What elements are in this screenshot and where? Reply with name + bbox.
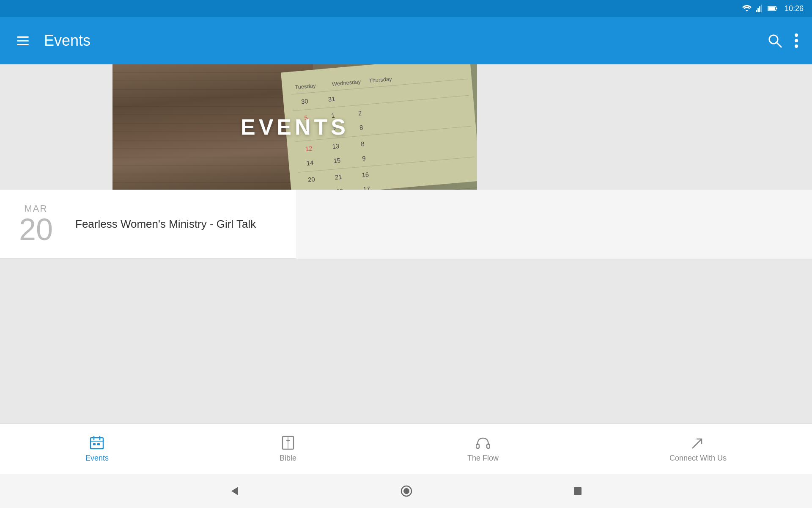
svg-rect-5 [776, 8, 777, 9]
status-bar: 10:26 [0, 0, 812, 17]
signal-icon [756, 5, 763, 12]
app-bar-actions [767, 33, 798, 48]
event-day: 20 [19, 214, 53, 245]
cal-cell: 22 [299, 186, 326, 190]
svg-rect-3 [761, 5, 762, 12]
cal-cell: 2 [347, 106, 373, 120]
nav-tab-connect[interactable]: Connect With Us [653, 431, 743, 467]
cal-cell: 12 [296, 141, 322, 155]
svg-rect-29 [574, 487, 582, 495]
headphones-icon [475, 435, 491, 450]
svg-line-8 [777, 43, 782, 47]
event-date: MAR 20 [17, 203, 55, 245]
svg-line-25 [692, 444, 697, 448]
app-bar: Events [0, 17, 812, 64]
nav-label-events: Events [85, 454, 109, 463]
event-list-item[interactable]: MAR 20 Fearless Women's Ministry - Girl … [0, 190, 296, 259]
menu-line-1 [17, 36, 29, 38]
svg-point-9 [795, 33, 798, 37]
svg-rect-1 [757, 8, 759, 12]
bottom-navigation: Events Bible The Flow [0, 423, 812, 474]
more-options-button[interactable] [794, 33, 798, 48]
hero-banner: Tuesday Wednesday Thursday 30 31 5 1 2 [112, 64, 477, 190]
cal-header-wed: Wednesday [332, 79, 357, 87]
cal-header-tue: Tuesday [294, 82, 320, 90]
cal-cell: 17 [353, 182, 379, 190]
nav-tab-bible[interactable]: Bible [263, 431, 313, 467]
hero-title: EVENTS [241, 114, 349, 140]
cal-header-thu: Thursday [369, 75, 395, 84]
cal-cell: 21 [325, 170, 351, 184]
hero-background: Tuesday Wednesday Thursday 30 31 5 1 2 [112, 64, 477, 190]
cal-cell: 8 [348, 120, 374, 134]
svg-point-11 [795, 44, 798, 48]
cal-cell: 31 [318, 92, 345, 106]
cal-cell: 23 [326, 184, 353, 190]
svg-rect-0 [756, 10, 757, 12]
cal-cell: 30 [291, 94, 318, 108]
cal-cell: 15 [324, 153, 350, 167]
menu-line-3 [17, 44, 29, 45]
cal-cell: 8 [349, 137, 376, 151]
svg-point-7 [769, 35, 778, 44]
svg-rect-12 [91, 438, 103, 449]
menu-line-2 [17, 40, 29, 41]
svg-marker-26 [231, 487, 238, 495]
svg-rect-6 [768, 7, 775, 10]
cal-cell: 14 [297, 156, 323, 170]
content-area: MAR 20 Fearless Women's Ministry - Girl … [0, 190, 812, 259]
wifi-icon [742, 5, 752, 12]
search-button[interactable] [767, 33, 782, 48]
home-button[interactable] [401, 485, 412, 497]
cal-cell [345, 89, 371, 103]
connect-icon [690, 435, 705, 450]
battery-icon [768, 6, 778, 11]
cal-cell: 16 [352, 167, 379, 181]
back-button[interactable] [230, 486, 240, 496]
svg-rect-2 [759, 6, 760, 12]
cal-cell: 9 [351, 151, 377, 165]
svg-point-28 [403, 488, 409, 494]
nav-label-the-flow: The Flow [467, 454, 499, 463]
event-title: Fearless Women's Ministry - Girl Talk [75, 218, 256, 231]
nav-tab-events[interactable]: Events [69, 431, 126, 467]
svg-rect-16 [93, 443, 96, 445]
nav-tab-the-flow[interactable]: The Flow [450, 431, 516, 467]
bible-icon [280, 435, 296, 450]
events-icon [89, 435, 104, 450]
system-navigation-bar [0, 474, 812, 508]
svg-rect-17 [97, 443, 100, 445]
app-title: Events [44, 32, 91, 50]
nav-label-bible: Bible [280, 454, 296, 463]
cal-cell: 20 [298, 172, 324, 186]
recents-button[interactable] [573, 486, 582, 496]
cal-cell: 13 [322, 139, 348, 153]
time-display: 10:26 [785, 4, 804, 13]
menu-button[interactable] [14, 33, 32, 49]
svg-point-10 [795, 39, 798, 42]
nav-label-connect: Connect With Us [669, 454, 727, 463]
